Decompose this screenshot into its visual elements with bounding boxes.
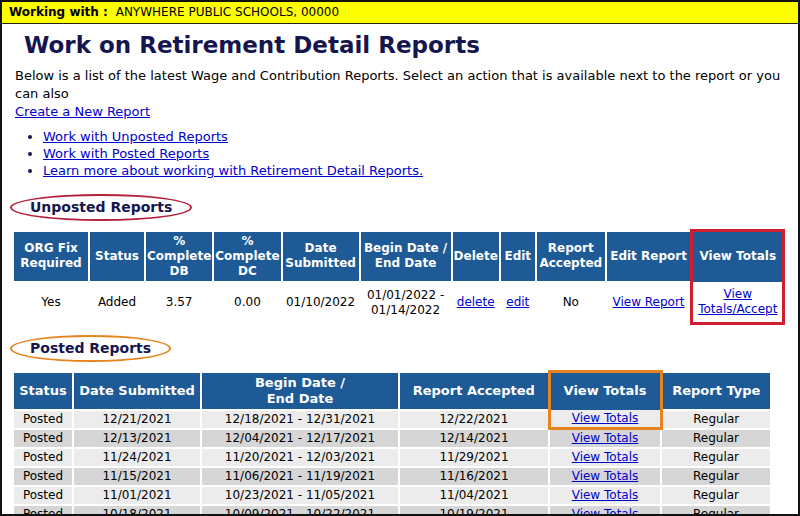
- cell-status: Posted: [13, 486, 73, 505]
- cell-date-submitted: 10/18/2021: [73, 505, 201, 516]
- cell-report-type: Regular: [661, 505, 771, 516]
- nav-link-learn-more[interactable]: Learn more about working with Retirement…: [43, 163, 423, 178]
- cell-report-accepted: 11/29/2021: [399, 448, 549, 467]
- col-header-org-fix-required: ORG Fix Required: [13, 231, 89, 282]
- nav-link-posted-reports[interactable]: Work with Posted Reports: [43, 146, 209, 161]
- view-totals-link[interactable]: View Totals: [572, 450, 639, 464]
- posted-reports-heading: Posted Reports: [10, 335, 171, 362]
- cell-view-totals: View Totals: [549, 505, 661, 516]
- cell-begin-end-date: 01/01/2022 - 01/14/2022: [360, 282, 452, 324]
- col-header-view-totals: View Totals: [549, 372, 661, 410]
- list-item: Learn more about working with Retirement…: [43, 163, 798, 178]
- view-totals-link[interactable]: View Totals: [572, 431, 639, 445]
- list-item: Work with Unposted Reports: [43, 129, 798, 144]
- cell-report-type: Regular: [661, 429, 771, 449]
- cell-view-totals: View Totals: [549, 410, 661, 429]
- col-header-status: Status: [13, 372, 73, 410]
- cell-begin-end-date: 10/09/2021 - 10/22/2021: [201, 505, 399, 516]
- col-header-delete: Delete: [452, 231, 500, 282]
- cell-edit: edit: [500, 282, 536, 324]
- cell-begin-end-date: 11/06/2021 - 11/19/2021: [201, 467, 399, 486]
- col-header-pct-complete-dc: % Complete DC: [213, 231, 281, 282]
- table-header-row: Status Date Submitted Begin Date / End D…: [13, 372, 771, 410]
- list-item: Work with Posted Reports: [43, 146, 798, 161]
- edit-link[interactable]: edit: [506, 295, 529, 309]
- cell-view-totals: View Totals: [549, 486, 661, 505]
- cell-status: Added: [89, 282, 145, 324]
- working-with-bar: Working with : ANYWHERE PUBLIC SCHOOLS, …: [2, 2, 798, 24]
- cell-view-totals: View Totals: [549, 448, 661, 467]
- col-header-pct-complete-db: % Complete DB: [145, 231, 213, 282]
- cell-report-accepted: 11/16/2021: [399, 467, 549, 486]
- cell-org-fix-required: Yes: [13, 282, 89, 324]
- create-new-report-link[interactable]: Create a New Report: [15, 104, 150, 119]
- cell-report-type: Regular: [661, 410, 771, 429]
- cell-begin-end-date: 10/23/2021 - 11/05/2021: [201, 486, 399, 505]
- cell-begin-end-date: 12/18/2021 - 12/31/2021: [201, 410, 399, 429]
- nav-link-list: Work with Unposted Reports Work with Pos…: [28, 129, 798, 178]
- table-row: Posted 11/01/2021 10/23/2021 - 11/05/202…: [13, 486, 771, 505]
- cell-report-accepted: No: [536, 282, 606, 324]
- unposted-reports-heading: Unposted Reports: [10, 194, 192, 221]
- organization-name: ANYWHERE PUBLIC SCHOOLS, 00000: [116, 5, 339, 19]
- view-totals-accept-link[interactable]: View Totals/Accept: [698, 287, 777, 316]
- col-header-begin-end-date: Begin Date / End Date: [201, 372, 399, 410]
- cell-report-accepted: 12/14/2021: [399, 429, 549, 449]
- cell-begin-end-date: 12/04/2021 - 12/17/2021: [201, 429, 399, 449]
- cell-date-submitted: 11/24/2021: [73, 448, 201, 467]
- table-row: Posted 10/18/2021 10/09/2021 - 10/22/202…: [13, 505, 771, 516]
- cell-date-submitted: 12/21/2021: [73, 410, 201, 429]
- nav-link-unposted-reports[interactable]: Work with Unposted Reports: [43, 129, 228, 144]
- cell-status: Posted: [13, 429, 73, 449]
- table-row: Posted 11/24/2021 11/20/2021 - 12/03/202…: [13, 448, 771, 467]
- cell-pct-complete-dc: 0.00: [213, 282, 281, 324]
- view-totals-link[interactable]: View Totals: [572, 488, 639, 502]
- cell-date-submitted: 11/01/2021: [73, 486, 201, 505]
- cell-begin-end-date: 11/20/2021 - 12/03/2021: [201, 448, 399, 467]
- cell-report-type: Regular: [661, 486, 771, 505]
- view-totals-link[interactable]: View Totals: [572, 469, 639, 483]
- col-header-begin-end-date: Begin Date / End Date: [360, 231, 452, 282]
- working-with-label: Working with :: [9, 5, 108, 19]
- table-header-row: ORG Fix Required Status % Complete DB % …: [13, 231, 784, 282]
- cell-edit-report: View Report: [606, 282, 692, 324]
- col-header-edit: Edit: [500, 231, 536, 282]
- cell-status: Posted: [13, 448, 73, 467]
- cell-date-submitted: 01/10/2022: [282, 282, 360, 324]
- unposted-reports-section: Unposted Reports: [10, 194, 798, 221]
- page-title: Work on Retirement Detail Reports: [24, 32, 798, 59]
- posted-reports-table: Status Date Submitted Begin Date / End D…: [12, 370, 772, 516]
- cell-report-type: Regular: [661, 467, 771, 486]
- col-header-report-accepted: Report Accepted: [536, 231, 606, 282]
- posted-reports-section: Posted Reports: [10, 335, 798, 362]
- col-header-edit-report: Edit Report: [606, 231, 692, 282]
- cell-view-totals: View Totals: [549, 467, 661, 486]
- table-row: Posted 12/13/2021 12/04/2021 - 12/17/202…: [13, 429, 771, 449]
- cell-status: Posted: [13, 467, 73, 486]
- unposted-reports-table: ORG Fix Required Status % Complete DB % …: [12, 229, 785, 325]
- cell-report-accepted: 12/22/2021: [399, 410, 549, 429]
- delete-link[interactable]: delete: [457, 295, 495, 309]
- intro-paragraph: Below is a list of the latest Wage and C…: [15, 67, 784, 121]
- cell-report-accepted: 10/19/2021: [399, 505, 549, 516]
- cell-delete: delete: [452, 282, 500, 324]
- col-header-date-submitted: Date Submitted: [282, 231, 360, 282]
- table-row: Posted 12/21/2021 12/18/2021 - 12/31/202…: [13, 410, 771, 429]
- cell-status: Posted: [13, 505, 73, 516]
- view-totals-link[interactable]: View Totals: [572, 411, 639, 425]
- view-report-link[interactable]: View Report: [613, 295, 685, 309]
- intro-text: Below is a list of the latest Wage and C…: [15, 68, 780, 101]
- table-row: Posted 11/15/2021 11/06/2021 - 11/19/202…: [13, 467, 771, 486]
- page: Working with : ANYWHERE PUBLIC SCHOOLS, …: [0, 0, 800, 516]
- table-row: Yes Added 3.57 0.00 01/10/2022 01/01/202…: [13, 282, 784, 324]
- col-header-date-submitted: Date Submitted: [73, 372, 201, 410]
- cell-report-accepted: 11/04/2021: [399, 486, 549, 505]
- cell-report-type: Regular: [661, 448, 771, 467]
- view-totals-link[interactable]: View Totals: [572, 507, 639, 516]
- cell-status: Posted: [13, 410, 73, 429]
- col-header-report-type: Report Type: [661, 372, 771, 410]
- col-header-report-accepted: Report Accepted: [399, 372, 549, 410]
- cell-date-submitted: 12/13/2021: [73, 429, 201, 449]
- col-header-view-totals: View Totals: [692, 231, 784, 282]
- cell-date-submitted: 11/15/2021: [73, 467, 201, 486]
